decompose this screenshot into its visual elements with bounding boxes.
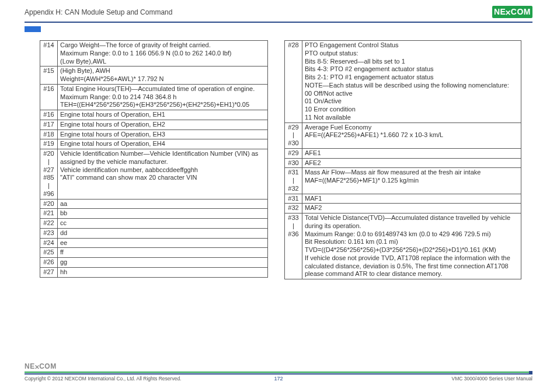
table-row: #18Engine total hours of Operation, EH3 [40, 130, 268, 139]
row-description: Average Fuel EconomyAFE=((AFE2*256)+AFE1… [302, 123, 521, 148]
page-header: Appendix H: CAN Module Setup and Command… [0, 0, 557, 20]
row-description: ee [58, 238, 268, 248]
table-row: #29|#30Average Fuel EconomyAFE=((AFE2*25… [285, 123, 521, 148]
table-row: #27hh [40, 267, 268, 277]
row-index: #28 [285, 41, 302, 123]
table-row: #22cc [40, 219, 268, 229]
row-index: #31|#32 [285, 168, 302, 194]
row-description: hh [58, 267, 268, 277]
row-index: #19 [40, 139, 58, 149]
table-row: #32MAF2 [285, 204, 521, 214]
footer-page: 172 [274, 376, 283, 382]
row-index: #17 [40, 120, 58, 130]
table-row: #20|#27#85|#96Vehicle Identification Num… [40, 149, 268, 200]
row-description: cc [58, 219, 268, 229]
row-description: Total Engine Hours(TEH)—Accumulated time… [58, 84, 268, 110]
table-row: #30AFE2 [285, 158, 521, 168]
row-description: Cargo Weight—The force of gravity of fre… [58, 41, 268, 66]
row-index: #30 [285, 158, 302, 168]
row-description: PTO Engagement Control StatusPTO output … [302, 41, 521, 123]
row-index: #20|#27#85|#96 [40, 149, 58, 200]
header-divider [25, 22, 532, 23]
row-description: MAF2 [302, 204, 521, 214]
footer-logo: NE⨉COM [25, 362, 532, 370]
row-description: ff [58, 248, 268, 258]
row-index: #27 [40, 267, 58, 277]
row-description: (High Byte), AWHWeight=(AWH*256+AWL)* 17… [58, 66, 268, 85]
page-footer: NE⨉COM Copyright © 2012 NEXCOM Internati… [0, 362, 557, 382]
row-index: #18 [40, 130, 58, 139]
row-index: #26 [40, 258, 58, 268]
row-description: dd [58, 228, 268, 238]
right-table: #28PTO Engagement Control StatusPTO outp… [284, 40, 521, 279]
row-index: #33|#36 [285, 214, 302, 279]
table-row: #21bb [40, 209, 268, 219]
row-description: gg [58, 258, 268, 268]
row-description: aa [58, 199, 268, 209]
table-row: #28PTO Engagement Control StatusPTO outp… [285, 41, 521, 123]
table-row: #14Cargo Weight—The force of gravity of … [40, 41, 268, 66]
table-row: #31|#32Mass Air Flow—Mass air flow measu… [285, 168, 521, 194]
row-index: #24 [40, 238, 58, 248]
footer-line [25, 372, 532, 374]
row-index: #32 [285, 204, 302, 214]
row-description: Mass Air Flow—Mass air flow measured at … [302, 168, 521, 194]
row-description: Engine total hours of Operation, EH1 [58, 110, 268, 120]
row-index: #14 [40, 41, 58, 66]
table-row: #16Total Engine Hours(TEH)—Accumulated t… [40, 84, 268, 110]
row-description: AFE2 [302, 158, 521, 168]
table-row: #33|#36Total Vehicle Distance(TVD)—Accum… [285, 214, 521, 279]
table-row: #17Engine total hours of Operation, EH2 [40, 120, 268, 130]
row-index: #22 [40, 219, 58, 229]
row-description: AFE1 [302, 148, 521, 158]
table-row: #24ee [40, 238, 268, 248]
row-description: Engine total hours of Operation, EH2 [58, 120, 268, 130]
row-description: Engine total hours of Operation, EH4 [58, 139, 268, 149]
content-area: #14Cargo Weight—The force of gravity of … [0, 32, 557, 279]
table-row: #20aa [40, 199, 268, 209]
section-tab [25, 26, 41, 32]
row-description: Total Vehicle Distance(TVD)—Accumulated … [302, 214, 521, 279]
left-table: #14Cargo Weight—The force of gravity of … [40, 40, 268, 278]
nexcom-logo: NE⨉COM [492, 6, 532, 18]
row-description: MAF1 [302, 194, 521, 204]
table-row: #31MAF1 [285, 194, 521, 204]
header-title: Appendix H: CAN Module Setup and Command [25, 8, 172, 16]
table-row: #25ff [40, 248, 268, 258]
table-row: #16Engine total hours of Operation, EH1 [40, 110, 268, 120]
footer-manual: VMC 3000/4000 Series User Manual [452, 376, 532, 382]
row-index: #29|#30 [285, 123, 302, 148]
table-row: #19Engine total hours of Operation, EH4 [40, 139, 268, 149]
table-row: #23dd [40, 228, 268, 238]
table-row: #15(High Byte), AWHWeight=(AWH*256+AWL)*… [40, 66, 268, 85]
row-index: #20 [40, 199, 58, 209]
row-index: #29 [285, 148, 302, 158]
row-index: #31 [285, 194, 302, 204]
table-row: #29AFE1 [285, 148, 521, 158]
row-index: #23 [40, 228, 58, 238]
row-index: #16 [40, 110, 58, 120]
table-row: #26gg [40, 258, 268, 268]
row-description: Engine total hours of Operation, EH3 [58, 130, 268, 139]
row-index: #21 [40, 209, 58, 219]
row-description: Vehicle Identification Number—Vehicle Id… [58, 149, 268, 200]
footer-copyright: Copyright © 2012 NEXCOM International Co… [25, 376, 181, 382]
row-index: #25 [40, 248, 58, 258]
row-index: #15 [40, 66, 58, 85]
row-description: bb [58, 209, 268, 219]
row-index: #16 [40, 84, 58, 110]
